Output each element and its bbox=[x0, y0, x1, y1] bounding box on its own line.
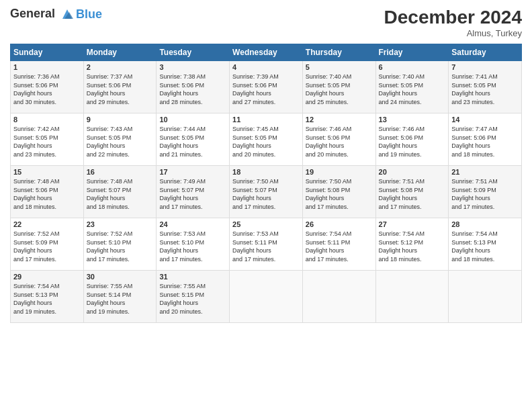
day-details: Sunrise: 7:45 AMSunset: 5:05 PMDaylight … bbox=[232, 125, 300, 158]
day-details: Sunrise: 7:52 AMSunset: 5:09 PMDaylight … bbox=[13, 230, 81, 263]
title-block: December 2024 Almus, Turkey bbox=[384, 7, 522, 38]
day-number: 26 bbox=[306, 220, 373, 228]
day-details: Sunrise: 7:48 AMSunset: 5:07 PMDaylight … bbox=[87, 177, 154, 211]
calendar-cell: 20Sunrise: 7:51 AMSunset: 5:08 PMDayligh… bbox=[375, 166, 449, 218]
day-number: 6 bbox=[379, 63, 446, 71]
col-saturday: Saturday bbox=[449, 44, 522, 61]
day-details: Sunrise: 7:41 AMSunset: 5:05 PMDaylight … bbox=[451, 73, 519, 106]
calendar-cell: 12Sunrise: 7:46 AMSunset: 5:06 PMDayligh… bbox=[302, 113, 375, 166]
calendar-cell: 6Sunrise: 7:40 AMSunset: 5:05 PMDaylight… bbox=[375, 61, 449, 113]
calendar-cell: 1Sunrise: 7:36 AMSunset: 5:06 PMDaylight… bbox=[11, 61, 84, 113]
day-number: 14 bbox=[451, 116, 519, 124]
day-number: 4 bbox=[232, 63, 300, 71]
day-details: Sunrise: 7:55 AMSunset: 5:14 PMDaylight … bbox=[87, 282, 154, 316]
day-number: 15 bbox=[13, 168, 81, 176]
day-details: Sunrise: 7:54 AMSunset: 5:12 PMDaylight … bbox=[379, 230, 446, 263]
calendar-cell bbox=[302, 271, 375, 323]
day-details: Sunrise: 7:54 AMSunset: 5:13 PMDaylight … bbox=[13, 282, 81, 316]
calendar-cell: 16Sunrise: 7:48 AMSunset: 5:07 PMDayligh… bbox=[83, 166, 157, 218]
calendar-cell: 27Sunrise: 7:54 AMSunset: 5:12 PMDayligh… bbox=[375, 218, 449, 271]
day-number: 10 bbox=[159, 116, 226, 124]
calendar-cell: 8Sunrise: 7:42 AMSunset: 5:05 PMDaylight… bbox=[11, 113, 84, 166]
day-number: 19 bbox=[306, 168, 373, 176]
day-details: Sunrise: 7:44 AMSunset: 5:05 PMDaylight … bbox=[159, 125, 226, 158]
calendar-cell: 17Sunrise: 7:49 AMSunset: 5:07 PMDayligh… bbox=[157, 166, 230, 218]
calendar-page: General Blue December 2024 Almus, Turkey… bbox=[0, 0, 532, 411]
calendar-week-row: 29Sunrise: 7:54 AMSunset: 5:13 PMDayligh… bbox=[11, 271, 522, 323]
day-details: Sunrise: 7:42 AMSunset: 5:05 PMDaylight … bbox=[13, 125, 81, 158]
day-number: 13 bbox=[379, 116, 446, 124]
day-details: Sunrise: 7:50 AMSunset: 5:08 PMDaylight … bbox=[306, 177, 373, 211]
day-details: Sunrise: 7:39 AMSunset: 5:06 PMDaylight … bbox=[232, 73, 300, 106]
day-number: 23 bbox=[87, 220, 154, 228]
day-details: Sunrise: 7:46 AMSunset: 5:06 PMDaylight … bbox=[306, 125, 373, 158]
calendar-cell: 4Sunrise: 7:39 AMSunset: 5:06 PMDaylight… bbox=[230, 61, 303, 113]
page-header: General Blue December 2024 Almus, Turkey bbox=[10, 7, 522, 38]
calendar-cell: 31Sunrise: 7:55 AMSunset: 5:15 PMDayligh… bbox=[157, 271, 230, 323]
day-number: 3 bbox=[159, 63, 226, 71]
day-details: Sunrise: 7:51 AMSunset: 5:08 PMDaylight … bbox=[379, 177, 446, 211]
day-details: Sunrise: 7:49 AMSunset: 5:07 PMDaylight … bbox=[159, 177, 226, 211]
day-details: Sunrise: 7:55 AMSunset: 5:15 PMDaylight … bbox=[159, 282, 226, 316]
day-number: 22 bbox=[13, 220, 81, 228]
calendar-cell: 25Sunrise: 7:53 AMSunset: 5:11 PMDayligh… bbox=[230, 218, 303, 271]
calendar-cell: 3Sunrise: 7:38 AMSunset: 5:06 PMDaylight… bbox=[157, 61, 230, 113]
day-number: 25 bbox=[232, 220, 300, 228]
calendar-cell: 11Sunrise: 7:45 AMSunset: 5:05 PMDayligh… bbox=[230, 113, 303, 166]
calendar-cell: 2Sunrise: 7:37 AMSunset: 5:06 PMDaylight… bbox=[83, 61, 157, 113]
month-title: December 2024 bbox=[384, 7, 522, 28]
day-details: Sunrise: 7:52 AMSunset: 5:10 PMDaylight … bbox=[87, 230, 154, 263]
calendar-week-row: 22Sunrise: 7:52 AMSunset: 5:09 PMDayligh… bbox=[11, 218, 522, 271]
day-number: 16 bbox=[87, 168, 154, 176]
calendar-week-row: 15Sunrise: 7:48 AMSunset: 5:06 PMDayligh… bbox=[11, 166, 522, 218]
col-friday: Friday bbox=[375, 44, 449, 61]
day-details: Sunrise: 7:54 AMSunset: 5:11 PMDaylight … bbox=[306, 230, 373, 263]
calendar-cell: 14Sunrise: 7:47 AMSunset: 5:06 PMDayligh… bbox=[449, 113, 522, 166]
day-details: Sunrise: 7:51 AMSunset: 5:09 PMDaylight … bbox=[451, 177, 519, 211]
day-details: Sunrise: 7:53 AMSunset: 5:11 PMDaylight … bbox=[232, 230, 300, 263]
day-number: 24 bbox=[159, 220, 226, 228]
calendar-cell: 23Sunrise: 7:52 AMSunset: 5:10 PMDayligh… bbox=[83, 218, 157, 271]
logo: General Blue bbox=[10, 7, 102, 21]
day-number: 8 bbox=[13, 116, 81, 124]
calendar-table: Sunday Monday Tuesday Wednesday Thursday… bbox=[10, 44, 522, 323]
day-number: 2 bbox=[87, 63, 154, 71]
calendar-cell: 13Sunrise: 7:46 AMSunset: 5:06 PMDayligh… bbox=[375, 113, 449, 166]
calendar-cell: 19Sunrise: 7:50 AMSunset: 5:08 PMDayligh… bbox=[302, 166, 375, 218]
day-number: 30 bbox=[87, 273, 154, 281]
col-thursday: Thursday bbox=[302, 44, 375, 61]
day-number: 11 bbox=[232, 116, 300, 124]
day-details: Sunrise: 7:46 AMSunset: 5:06 PMDaylight … bbox=[379, 125, 446, 158]
calendar-cell: 24Sunrise: 7:53 AMSunset: 5:10 PMDayligh… bbox=[157, 218, 230, 271]
day-number: 28 bbox=[451, 220, 519, 228]
calendar-cell: 7Sunrise: 7:41 AMSunset: 5:05 PMDaylight… bbox=[449, 61, 522, 113]
day-details: Sunrise: 7:38 AMSunset: 5:06 PMDaylight … bbox=[159, 73, 226, 106]
day-number: 31 bbox=[159, 273, 226, 281]
day-details: Sunrise: 7:40 AMSunset: 5:05 PMDaylight … bbox=[379, 73, 446, 106]
calendar-cell: 21Sunrise: 7:51 AMSunset: 5:09 PMDayligh… bbox=[449, 166, 522, 218]
calendar-cell bbox=[375, 271, 449, 323]
calendar-cell: 18Sunrise: 7:50 AMSunset: 5:07 PMDayligh… bbox=[230, 166, 303, 218]
day-details: Sunrise: 7:48 AMSunset: 5:06 PMDaylight … bbox=[13, 177, 81, 211]
calendar-cell: 5Sunrise: 7:40 AMSunset: 5:05 PMDaylight… bbox=[302, 61, 375, 113]
header-row: Sunday Monday Tuesday Wednesday Thursday… bbox=[11, 44, 522, 61]
col-sunday: Sunday bbox=[11, 44, 84, 61]
calendar-cell: 29Sunrise: 7:54 AMSunset: 5:13 PMDayligh… bbox=[11, 271, 84, 323]
day-details: Sunrise: 7:40 AMSunset: 5:05 PMDaylight … bbox=[306, 73, 373, 106]
calendar-week-row: 8Sunrise: 7:42 AMSunset: 5:05 PMDaylight… bbox=[11, 113, 522, 166]
day-number: 1 bbox=[13, 63, 81, 71]
day-details: Sunrise: 7:37 AMSunset: 5:06 PMDaylight … bbox=[87, 73, 154, 106]
day-number: 29 bbox=[13, 273, 81, 281]
day-details: Sunrise: 7:47 AMSunset: 5:06 PMDaylight … bbox=[451, 125, 519, 158]
calendar-cell: 22Sunrise: 7:52 AMSunset: 5:09 PMDayligh… bbox=[11, 218, 84, 271]
day-details: Sunrise: 7:43 AMSunset: 5:05 PMDaylight … bbox=[87, 125, 154, 158]
col-monday: Monday bbox=[83, 44, 157, 61]
calendar-cell: 10Sunrise: 7:44 AMSunset: 5:05 PMDayligh… bbox=[157, 113, 230, 166]
day-details: Sunrise: 7:54 AMSunset: 5:13 PMDaylight … bbox=[451, 230, 519, 263]
calendar-cell bbox=[230, 271, 303, 323]
day-number: 12 bbox=[306, 116, 373, 124]
col-wednesday: Wednesday bbox=[230, 44, 303, 61]
day-details: Sunrise: 7:36 AMSunset: 5:06 PMDaylight … bbox=[13, 73, 81, 106]
col-tuesday: Tuesday bbox=[157, 44, 230, 61]
location: Almus, Turkey bbox=[384, 28, 522, 38]
